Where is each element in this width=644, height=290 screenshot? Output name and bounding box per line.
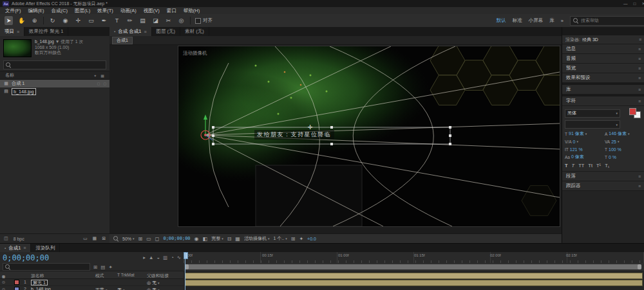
roto-brush-tool-icon[interactable]: ✂	[164, 16, 173, 25]
panel-menu-icon[interactable]: ≡	[17, 30, 19, 34]
maximize-button[interactable]: □	[634, 1, 636, 6]
panel-menu-icon[interactable]: ≡	[638, 57, 641, 61]
layer-color-swatch[interactable]	[14, 287, 19, 290]
time-ruler[interactable]: :00f 00:15f 01:00f 01:15f 02:00f 02:15f	[184, 252, 644, 264]
clone-stamp-tool-icon[interactable]: ▤	[138, 16, 147, 25]
panel-header-info[interactable]: 信息 ≡	[562, 44, 644, 54]
panel-menu-icon[interactable]: ≡	[638, 47, 641, 51]
layer-visibility-icon[interactable]: ⊙	[2, 287, 5, 290]
horizontal-scale-control[interactable]: T 100 %	[605, 146, 642, 152]
composition-breadcrumb[interactable]: 合成1	[112, 37, 133, 44]
panel-menu-icon[interactable]: ≡	[638, 184, 641, 188]
new-composition-icon[interactable]: ▦	[93, 236, 97, 241]
composition-stage[interactable]: 活动摄像机 发给朋友：支持星位降临 ✛	[178, 46, 560, 227]
pickwhip-icon[interactable]: ◎	[147, 280, 151, 285]
tab-project[interactable]: 项目 ≡	[0, 27, 24, 36]
unified-camera-tool-icon[interactable]: ◉	[61, 16, 70, 25]
puppet-tool-icon[interactable]: ◎	[177, 16, 185, 25]
menu-composition[interactable]: 合成(C)	[52, 8, 68, 14]
panel-header-paragraph[interactable]: 段落 ≡	[562, 172, 644, 181]
font-size-control[interactable]: T 91 像素 ▾	[565, 131, 602, 137]
layer-name[interactable]: b_148.jpg	[31, 287, 51, 290]
transfer-controls-icon[interactable]: ▤	[100, 264, 105, 270]
parent-select[interactable]: ◎ 无 ▾	[147, 287, 160, 290]
proportional-spacing-control[interactable]: T 0 %	[605, 154, 642, 160]
menu-window[interactable]: 窗口	[167, 8, 176, 14]
view-layout-select[interactable]: 1 个.. ▾	[273, 235, 287, 242]
font-style-select[interactable]: ▾	[565, 120, 620, 129]
shy-layers-icon[interactable]: ◒	[157, 255, 160, 260]
tab-footage-viewer[interactable]: 素材 (无)	[180, 27, 209, 36]
panel-header-character[interactable]: 字符 ≡	[562, 96, 644, 106]
menu-layer[interactable]: 图层(L)	[75, 8, 90, 14]
transparency-grid-icon[interactable]: ▦	[235, 236, 240, 242]
project-item-label[interactable]: b_148.jpg	[12, 88, 36, 95]
zoom-select[interactable]: 50% ▾	[122, 237, 135, 241]
panel-header-preview[interactable]: 预览 ≡	[562, 64, 644, 73]
parent-link-column[interactable]: 父级和链接	[147, 273, 169, 279]
trkmat-select[interactable]: 无 ▾	[117, 287, 125, 290]
panel-header-effects-presets[interactable]: 效果和预设 ≡	[562, 73, 644, 83]
frame-blending-icon[interactable]: ▥	[163, 255, 167, 260]
tab-composition-viewer[interactable]: ▪ 合成 合成1 ≡	[109, 27, 152, 36]
fill-stroke-swatches[interactable]	[628, 108, 642, 118]
current-time-indicator[interactable]	[185, 252, 185, 290]
panel-menu-icon[interactable]: ≡	[638, 174, 641, 179]
pickwhip-icon[interactable]: ◎	[147, 287, 151, 290]
tab-layer-viewer[interactable]: 图层 (无)	[152, 27, 181, 36]
snap-toggle[interactable]: 对齐	[195, 17, 213, 24]
viewer-timecode[interactable]: 0;00;00;00	[163, 236, 190, 241]
move-anchor-icon[interactable]: ✛	[308, 124, 313, 131]
layer-row-spotlight[interactable]: ⊙ 1 聚光 1 ◎ 无 ▾	[0, 279, 184, 286]
font-family-select[interactable]: 黑体 ▾	[565, 109, 620, 118]
panel-header-tracker[interactable]: 跟踪器 ≡	[562, 181, 644, 191]
menu-file[interactable]: 文件(F)	[5, 8, 21, 14]
region-of-interest-icon[interactable]: ⊟	[227, 236, 232, 242]
motion-blur-icon[interactable]: ◔	[171, 255, 174, 260]
brush-tool-icon[interactable]: ✏	[126, 16, 134, 25]
name-column-header[interactable]: 名称	[5, 72, 14, 78]
rectangle-tool-icon[interactable]: ▭	[87, 16, 95, 25]
exposure-value[interactable]: +0.0	[307, 237, 316, 241]
resolution-select[interactable]: 完整 ▾	[211, 235, 223, 242]
rulers-icon[interactable]: ▭	[146, 236, 151, 242]
renderer-control[interactable]: 渲染器: 经典 3D ≡	[562, 35, 644, 44]
superscript-button[interactable]: T¹	[596, 163, 601, 168]
hand-tool-icon[interactable]: ✋	[17, 16, 26, 25]
menu-animation[interactable]: 动画(A)	[120, 8, 137, 14]
panel-menu-icon[interactable]: ≡	[638, 87, 641, 92]
orbit-camera-tool-icon[interactable]: ↻	[48, 16, 57, 25]
menu-effect[interactable]: 效果(T)	[97, 8, 113, 14]
small-caps-button[interactable]: Tt	[588, 163, 592, 168]
menu-help[interactable]: 帮助(H)	[184, 8, 200, 14]
close-button[interactable]: ✕	[642, 1, 644, 6]
workspace-overflow-button[interactable]: »	[561, 18, 564, 24]
panel-header-libraries[interactable]: 库 ≡	[562, 85, 644, 95]
trkmat-column[interactable]: T TrkMat	[117, 273, 135, 277]
snapshot-icon[interactable]: ◉	[194, 236, 199, 242]
panel-menu-icon[interactable]: ≡	[144, 30, 146, 34]
layer-color-swatch[interactable]	[14, 280, 19, 285]
panel-menu-icon[interactable]: ≡	[639, 37, 641, 42]
type-tool-icon[interactable]: T	[113, 16, 121, 25]
workspace-libraries[interactable]: 库	[549, 17, 554, 24]
pan-behind-tool-icon[interactable]: ✛	[74, 16, 82, 25]
new-folder-icon[interactable]: ▭	[83, 236, 88, 241]
grid-guides-icon[interactable]: ⊞	[138, 236, 143, 242]
3d-view-select[interactable]: 活动摄像机 ▾	[244, 235, 270, 242]
project-item-composition[interactable]: ▦ 合成 1 ◻ ◻	[0, 80, 109, 87]
menu-view[interactable]: 视图(V)	[144, 8, 160, 14]
workspace-standard[interactable]: 标准	[513, 17, 522, 24]
baseline-shift-control[interactable]: Aa 0 像素	[565, 154, 602, 160]
color-depth-icon[interactable]: ◫	[4, 236, 8, 241]
text-layer-content[interactable]: 发给朋友：支持星位降临	[254, 130, 334, 140]
menu-edit[interactable]: 编辑(E)	[28, 8, 44, 14]
pen-tool-icon[interactable]: ✒	[100, 16, 108, 25]
workspace-default[interactable]: 默认	[497, 17, 506, 24]
layer-row-footage[interactable]: ⊙ 2 b_148.jpg 正常 ▾ 无 ▾ ◎ 无 ▾	[0, 286, 184, 290]
layer-duration-bar[interactable]	[185, 273, 643, 279]
panel-menu-icon[interactable]: ≡	[638, 66, 641, 71]
delete-item-icon[interactable]: ⊠	[102, 236, 106, 241]
mini-flowchart-icon[interactable]: ▸	[143, 255, 146, 260]
fast-preview-icon[interactable]: ✦	[299, 236, 303, 242]
